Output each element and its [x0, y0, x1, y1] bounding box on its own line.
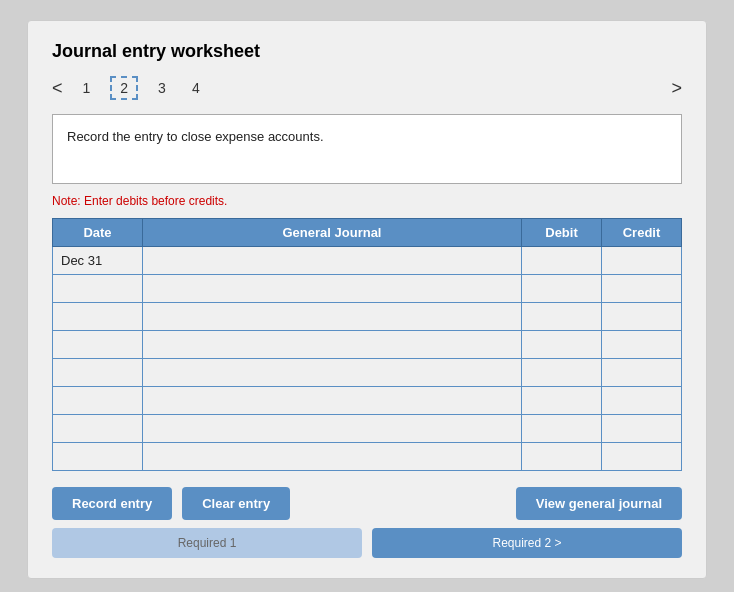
row-2-debit[interactable] [522, 303, 602, 331]
row-2-date-input[interactable] [53, 303, 142, 330]
row-2-date [53, 303, 143, 331]
instruction-text: Record the entry to close expense accoun… [67, 129, 324, 144]
row-6-debit-input[interactable] [522, 415, 601, 442]
row-3-date [53, 331, 143, 359]
row-7-journal[interactable] [143, 443, 522, 471]
record-entry-button[interactable]: Record entry [52, 487, 172, 520]
row-3-date-input[interactable] [53, 331, 142, 358]
row-4-credit[interactable] [602, 359, 682, 387]
row-3-debit[interactable] [522, 331, 602, 359]
row-4-journal[interactable] [143, 359, 522, 387]
row-1-journal[interactable] [143, 275, 522, 303]
table-row [53, 275, 682, 303]
view-journal-button[interactable]: View general journal [516, 487, 682, 520]
row-1-journal-input[interactable] [143, 275, 521, 302]
row-2-journal-input[interactable] [143, 303, 521, 330]
worksheet-container: Journal entry worksheet < 1 2 3 4 > Reco… [27, 20, 707, 579]
table-row [53, 331, 682, 359]
row-5-date-input[interactable] [53, 387, 142, 414]
row-3-debit-input[interactable] [522, 331, 601, 358]
row-7-debit[interactable] [522, 443, 602, 471]
journal-table: Date General Journal Debit Credit Dec 31 [52, 218, 682, 471]
table-row [53, 443, 682, 471]
row-6-date [53, 415, 143, 443]
instruction-box: Record the entry to close expense accoun… [52, 114, 682, 184]
row-6-credit[interactable] [602, 415, 682, 443]
table-row [53, 359, 682, 387]
table-row [53, 387, 682, 415]
row-6-journal[interactable] [143, 415, 522, 443]
row-6-journal-input[interactable] [143, 415, 521, 442]
table-row: Dec 31 [53, 247, 682, 275]
row-5-journal-input[interactable] [143, 387, 521, 414]
table-row [53, 303, 682, 331]
action-buttons: Record entry Clear entry View general jo… [52, 487, 682, 520]
row-6-debit[interactable] [522, 415, 602, 443]
table-row [53, 415, 682, 443]
row-0-debit[interactable] [522, 247, 602, 275]
row-5-credit-input[interactable] [602, 387, 681, 414]
row-5-journal[interactable] [143, 387, 522, 415]
row-2-credit[interactable] [602, 303, 682, 331]
tab-1[interactable]: 1 [77, 78, 97, 98]
row-6-date-input[interactable] [53, 415, 142, 442]
header-debit: Debit [522, 219, 602, 247]
row-0-date: Dec 31 [53, 247, 143, 275]
row-2-debit-input[interactable] [522, 303, 601, 330]
row-1-credit[interactable] [602, 275, 682, 303]
row-7-date [53, 443, 143, 471]
row-4-debit[interactable] [522, 359, 602, 387]
row-4-credit-input[interactable] [602, 359, 681, 386]
row-1-credit-input[interactable] [602, 275, 681, 302]
tab-4[interactable]: 4 [186, 78, 206, 98]
row-7-journal-input[interactable] [143, 443, 521, 470]
row-5-date [53, 387, 143, 415]
row-5-debit-input[interactable] [522, 387, 601, 414]
header-journal: General Journal [143, 219, 522, 247]
row-4-journal-input[interactable] [143, 359, 521, 386]
row-0-credit-input[interactable] [602, 247, 681, 274]
row-7-credit-input[interactable] [602, 443, 681, 470]
row-0-credit[interactable] [602, 247, 682, 275]
row-3-journal-input[interactable] [143, 331, 521, 358]
row-1-debit-input[interactable] [522, 275, 601, 302]
tab-navigation: < 1 2 3 4 > [52, 76, 682, 100]
note-text: Note: Enter debits before credits. [52, 194, 682, 208]
bottom-required-row: Required 1 Required 2 > [52, 528, 682, 558]
row-0-journal[interactable] [143, 247, 522, 275]
header-date: Date [53, 219, 143, 247]
row-7-date-input[interactable] [53, 443, 142, 470]
tab-2[interactable]: 2 [110, 76, 138, 100]
row-1-date-input[interactable] [53, 275, 142, 302]
worksheet-title: Journal entry worksheet [52, 41, 682, 62]
row-3-journal[interactable] [143, 331, 522, 359]
row-0-debit-input[interactable] [522, 247, 601, 274]
row-6-credit-input[interactable] [602, 415, 681, 442]
row-4-debit-input[interactable] [522, 359, 601, 386]
row-4-date-input[interactable] [53, 359, 142, 386]
row-5-credit[interactable] [602, 387, 682, 415]
row-2-journal[interactable] [143, 303, 522, 331]
tab-3[interactable]: 3 [152, 78, 172, 98]
row-3-credit[interactable] [602, 331, 682, 359]
row-2-credit-input[interactable] [602, 303, 681, 330]
row-3-credit-input[interactable] [602, 331, 681, 358]
clear-entry-button[interactable]: Clear entry [182, 487, 290, 520]
prev-arrow[interactable]: < [52, 78, 63, 99]
required2-button[interactable]: Required 2 > [372, 528, 682, 558]
row-0-journal-input[interactable] [143, 247, 521, 274]
required1-button[interactable]: Required 1 [52, 528, 362, 558]
row-7-debit-input[interactable] [522, 443, 601, 470]
row-7-credit[interactable] [602, 443, 682, 471]
row-1-date [53, 275, 143, 303]
next-arrow[interactable]: > [671, 78, 682, 99]
header-credit: Credit [602, 219, 682, 247]
row-1-debit[interactable] [522, 275, 602, 303]
row-5-debit[interactable] [522, 387, 602, 415]
row-4-date [53, 359, 143, 387]
